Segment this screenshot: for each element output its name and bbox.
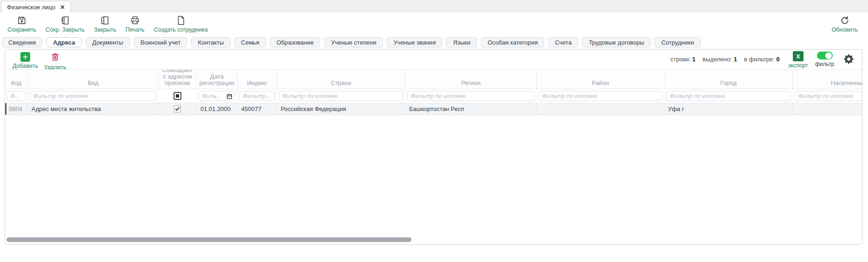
in-filter-count: в фильтре: 0 xyxy=(744,56,780,63)
tab-scheta[interactable]: Счета xyxy=(548,37,578,47)
cell-settlement xyxy=(793,103,862,115)
toggle-knob xyxy=(825,52,832,59)
grid-filter-row xyxy=(5,89,862,103)
refresh-icon xyxy=(840,15,850,26)
cell-region: Башкортостан Респ xyxy=(405,103,537,115)
save-close-label: Сохр. Закрыть xyxy=(45,26,84,33)
column-header-matches[interactable]: Совпадает с адресом прописки xyxy=(159,70,197,89)
horizontal-scrollbar-thumb[interactable] xyxy=(6,237,411,242)
filter-input-code[interactable] xyxy=(7,91,26,101)
tab-osobaya-kategoriya[interactable]: Особая категория xyxy=(481,37,544,47)
close-button[interactable]: Закрыть xyxy=(94,15,116,33)
column-header-settlement[interactable]: Населенный xyxy=(793,70,862,89)
tab-label: Семья xyxy=(241,39,259,46)
tab-svedeniya[interactable]: Сведения xyxy=(2,37,42,47)
print-icon xyxy=(130,15,140,26)
column-header-country[interactable]: Страна xyxy=(277,70,405,89)
tab-label: Воинский учет xyxy=(141,39,181,46)
close-tab-icon[interactable]: ✕ xyxy=(60,4,65,11)
table-row[interactable]: 5604 Адрес места жительства 01.01.2000 4… xyxy=(5,103,862,115)
settings-button[interactable] xyxy=(843,53,855,67)
save-close-icon xyxy=(60,15,70,26)
column-header-region[interactable]: Регион xyxy=(405,70,537,89)
excel-icon: X xyxy=(793,51,804,61)
grid-header-row: Код Вид Совпадает с адресом прописки Дат… xyxy=(5,69,862,89)
filter-input-settlement[interactable] xyxy=(795,91,862,101)
save-icon xyxy=(17,15,27,26)
close-door-icon xyxy=(100,15,110,26)
tab-label: Сотрудники xyxy=(661,39,694,46)
filter-cell-code xyxy=(5,89,28,103)
tab-label: Трудовые договоры xyxy=(589,39,644,46)
column-header-district[interactable]: Район xyxy=(537,70,664,89)
document-tab-person[interactable]: Физическое лицо ✕ xyxy=(1,1,71,13)
filter-input-region[interactable] xyxy=(407,91,534,101)
cell-kind: Адрес места жительства xyxy=(28,103,159,115)
add-label: Добавить xyxy=(13,63,38,69)
tab-kontakty[interactable]: Контакты xyxy=(191,37,230,47)
matches-filter-checkbox-indeterminate[interactable] xyxy=(174,92,181,100)
main-toolbar: Сохранить Сохр. Закрыть Закрыть xyxy=(0,13,868,36)
column-header-kind[interactable]: Вид xyxy=(28,70,159,89)
export-label: экспорт xyxy=(788,62,808,69)
save-button[interactable]: Сохранить xyxy=(7,15,36,33)
create-employee-label: Создать сотрудника xyxy=(154,26,207,33)
filter-toggle[interactable] xyxy=(817,52,833,59)
column-header-reg-date[interactable]: Дата регистрации xyxy=(197,70,238,89)
filter-input-country[interactable] xyxy=(279,91,403,101)
filter-input-index[interactable] xyxy=(239,91,275,101)
checkbox-indeterminate-mark xyxy=(176,94,179,98)
filter-input-city[interactable] xyxy=(666,91,791,101)
cell-matches xyxy=(159,103,197,115)
cell-code: 5604 xyxy=(5,103,28,115)
tab-semya[interactable]: Семья xyxy=(235,37,266,47)
filter-cell-region xyxy=(405,89,537,103)
gear-icon xyxy=(843,53,855,65)
tab-obrazovanie[interactable]: Образование xyxy=(270,37,321,47)
filter-cell-city xyxy=(664,89,793,103)
cell-reg-date: 01.01.2000 xyxy=(197,103,238,115)
rows-count: строки: 1 xyxy=(670,56,695,63)
cell-index: 450077 xyxy=(238,103,277,115)
tab-yazyki[interactable]: Языки xyxy=(446,37,477,47)
filter-input-reg-date[interactable] xyxy=(199,91,235,101)
tab-uchenye-zvaniya[interactable]: Ученые звания xyxy=(387,37,442,47)
close-label: Закрыть xyxy=(94,26,116,33)
print-label: Печать xyxy=(125,26,144,33)
filter-toggle-group: фильтр xyxy=(815,52,834,67)
tab-label: Контакты xyxy=(198,39,224,46)
tab-uchenye-stepeni[interactable]: Ученые степени xyxy=(324,37,383,47)
filter-cell-district xyxy=(537,89,664,103)
export-button[interactable]: X экспорт xyxy=(788,51,808,69)
column-header-city[interactable]: Город xyxy=(664,70,793,89)
filter-input-kind[interactable] xyxy=(30,91,156,101)
column-header-index[interactable]: Индекс xyxy=(238,70,277,89)
tab-dokumenty[interactable]: Документы xyxy=(86,37,130,47)
delete-button[interactable]: Удалить xyxy=(44,52,66,71)
filter-input-district[interactable] xyxy=(539,91,662,101)
create-employee-button[interactable]: Создать сотрудника xyxy=(154,15,207,33)
tab-adresa-active[interactable]: Адреса xyxy=(46,37,81,47)
plus-icon xyxy=(20,52,30,62)
save-close-button[interactable]: Сохр. Закрыть xyxy=(45,15,84,33)
column-header-code[interactable]: Код xyxy=(5,70,28,89)
matches-checkbox-checked[interactable] xyxy=(174,105,181,112)
filter-toggle-label: фильтр xyxy=(815,61,834,67)
filter-cell-reg-date xyxy=(197,89,238,103)
add-button[interactable]: Добавить xyxy=(13,52,38,69)
tab-trudovye-dogovory[interactable]: Трудовые договоры xyxy=(582,37,650,47)
tab-label: Адреса xyxy=(53,39,75,46)
refresh-button[interactable]: Обновить xyxy=(831,15,858,33)
print-button[interactable]: Печать xyxy=(125,15,144,33)
tab-label: Ученые степени xyxy=(331,39,376,46)
addresses-panel: Добавить Удалить строки: 1 выделено: 1 в… xyxy=(5,49,862,245)
addresses-grid: Код Вид Совпадает с адресом прописки Дат… xyxy=(5,69,862,115)
filter-cell-country xyxy=(277,89,405,103)
filter-cell-matches xyxy=(159,89,197,103)
tab-voinskiy-uchet[interactable]: Воинский учет xyxy=(134,37,187,47)
tab-label: Ученые звания xyxy=(393,39,436,46)
refresh-label: Обновить xyxy=(831,26,858,33)
tab-label: Документы xyxy=(92,39,123,46)
tab-sotrudniki[interactable]: Сотрудники xyxy=(655,37,700,47)
filter-cell-index xyxy=(238,89,277,103)
